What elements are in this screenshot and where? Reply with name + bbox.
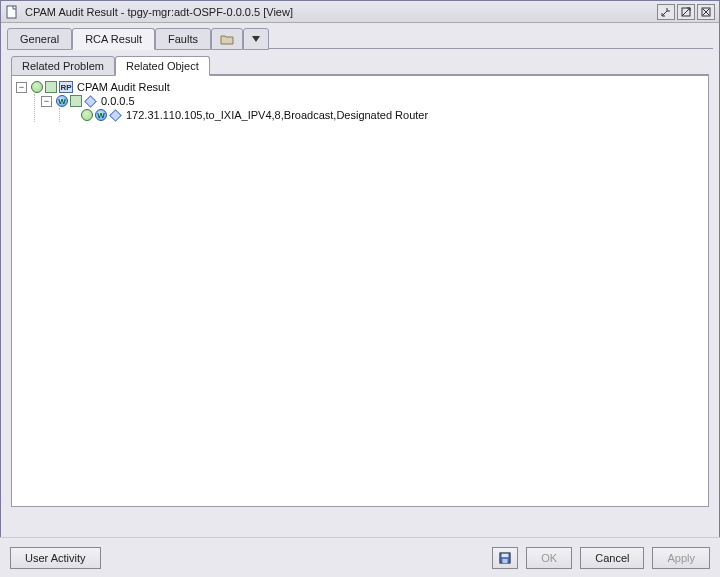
dialog-footer: User Activity OK Cancel Apply xyxy=(0,537,720,577)
object-tree[interactable]: − RP CPAM Audit Result − W 0.0.0.5 xyxy=(16,80,704,122)
tab-faults[interactable]: Faults xyxy=(155,28,211,50)
node-icons: W xyxy=(56,95,97,107)
main-tab-bar: General RCA Result Faults xyxy=(1,23,719,49)
save-icon xyxy=(499,551,511,565)
window-title: CPAM Audit Result - tpgy-mgr:adt-OSPF-0.… xyxy=(25,6,651,18)
tab-general[interactable]: General xyxy=(7,28,72,50)
tab-dropdown-button[interactable] xyxy=(243,28,269,50)
button-label: Apply xyxy=(667,552,695,564)
window-controls xyxy=(657,4,715,20)
diamond-icon xyxy=(84,95,97,108)
w-badge-icon: W xyxy=(56,95,68,107)
tab-label: RCA Result xyxy=(85,33,142,45)
sub-tab-bar: Related Problem Related Object xyxy=(1,49,719,75)
tab-folder-button[interactable] xyxy=(211,28,243,50)
cancel-button[interactable]: Cancel xyxy=(580,547,644,569)
button-label: OK xyxy=(541,552,557,564)
collapse-icon[interactable]: − xyxy=(41,96,52,107)
tree-node-leaf[interactable]: W 172.31.110.105,to_IXIA_IPV4,8,Broadcas… xyxy=(66,108,704,122)
maximize-icon[interactable] xyxy=(677,4,695,20)
tree-panel: − RP CPAM Audit Result − W 0.0.0.5 xyxy=(11,75,709,507)
node-label: 0.0.0.5 xyxy=(101,95,135,107)
collapse-icon[interactable]: − xyxy=(16,82,27,93)
tree-node[interactable]: − W 0.0.0.5 xyxy=(41,94,704,108)
status-ok-icon xyxy=(31,81,43,93)
svg-marker-5 xyxy=(252,36,260,42)
ok-button[interactable]: OK xyxy=(526,547,572,569)
apply-button[interactable]: Apply xyxy=(652,547,710,569)
tab-label: Related Object xyxy=(126,60,199,72)
restore-down-icon[interactable] xyxy=(657,4,675,20)
object-icon xyxy=(70,95,82,107)
svg-rect-7 xyxy=(502,553,509,556)
node-icons: W xyxy=(81,109,122,121)
node-label: 172.31.110.105,to_IXIA_IPV4,8,Broadcast,… xyxy=(126,109,428,121)
rp-badge-icon: RP xyxy=(59,81,73,93)
tab-label: General xyxy=(20,33,59,45)
svg-rect-8 xyxy=(503,558,508,562)
tab-label: Related Problem xyxy=(22,60,104,72)
close-icon[interactable] xyxy=(697,4,715,20)
w-badge-icon: W xyxy=(95,109,107,121)
chevron-down-icon xyxy=(252,36,260,42)
button-label: User Activity xyxy=(25,552,86,564)
diamond-icon xyxy=(109,109,122,122)
folder-icon xyxy=(220,34,234,45)
tab-rca-result[interactable]: RCA Result xyxy=(72,28,155,50)
tab-label: Faults xyxy=(168,33,198,45)
status-ok-icon xyxy=(81,109,93,121)
tree-node-root[interactable]: − RP CPAM Audit Result xyxy=(16,80,704,94)
object-icon xyxy=(45,81,57,93)
document-icon xyxy=(5,5,19,19)
window-titlebar: CPAM Audit Result - tpgy-mgr:adt-OSPF-0.… xyxy=(1,1,719,23)
save-icon-button[interactable] xyxy=(492,547,518,569)
node-label: CPAM Audit Result xyxy=(77,81,170,93)
svg-rect-0 xyxy=(7,6,16,18)
user-activity-button[interactable]: User Activity xyxy=(10,547,101,569)
tab-related-object[interactable]: Related Object xyxy=(115,56,210,76)
tab-related-problem[interactable]: Related Problem xyxy=(11,56,115,76)
button-label: Cancel xyxy=(595,552,629,564)
node-icons: RP xyxy=(31,81,73,93)
leaf-spacer xyxy=(66,110,77,121)
